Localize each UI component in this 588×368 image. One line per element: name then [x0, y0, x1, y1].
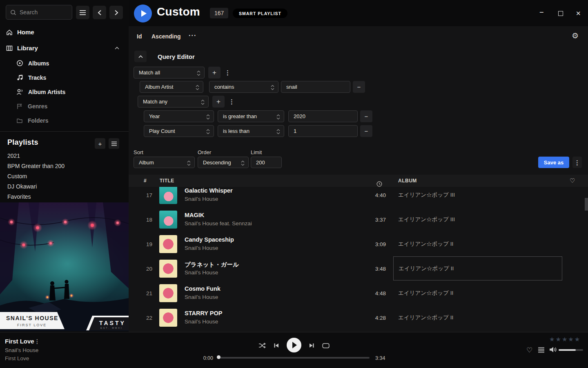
scrollbar-thumb[interactable]	[585, 198, 588, 211]
window-minimize-button[interactable]: −	[539, 8, 544, 17]
rule2-operator-select[interactable]: is greater than	[218, 110, 284, 122]
track-row[interactable]: 18 MAGIK Snail’s House feat. Sennzai 3:3…	[129, 207, 585, 232]
playlists-heading: Playlists	[7, 138, 38, 147]
sidebar-item-genres[interactable]: Genres	[16, 99, 122, 113]
chevron-left-icon	[98, 10, 102, 16]
menu-button[interactable]	[76, 6, 89, 19]
star-icon[interactable]: ★	[549, 336, 555, 343]
rule2-field-select[interactable]: Year	[144, 110, 214, 122]
previous-track-icon[interactable]	[273, 342, 280, 349]
column-number[interactable]: #	[144, 175, 147, 187]
playlist-list: 2021 BPM Greater than 200 Custom DJ Okaw…	[0, 150, 129, 202]
volume-icon[interactable]	[549, 346, 557, 353]
seek-bar[interactable]	[218, 357, 370, 359]
star-icon[interactable]: ★	[555, 336, 561, 343]
playlist-item[interactable]: DJ Okawari	[0, 181, 129, 191]
now-playing-menu-icon[interactable]: ⋮	[34, 338, 40, 345]
match-type-select-2[interactable]: Match any	[138, 96, 209, 108]
more-options-icon[interactable]: ...	[189, 30, 196, 38]
star-icon[interactable]: ★	[568, 336, 573, 343]
favorite-heart-icon[interactable]: ♡	[526, 346, 532, 355]
queue-icon[interactable]	[538, 347, 545, 353]
search-input-box[interactable]	[6, 5, 72, 20]
playlist-item[interactable]: BPM Greater than 200	[0, 161, 129, 171]
star-icon[interactable]: ★	[562, 336, 567, 343]
shuffle-icon[interactable]	[258, 342, 266, 349]
playlist-item[interactable]: Favorites	[0, 191, 129, 202]
track-album[interactable]: エイリアン☆ポップ II	[393, 281, 562, 305]
group-menu-icon-2[interactable]: ⋮	[229, 99, 235, 105]
add-playlist-button[interactable]: +	[95, 138, 105, 149]
sort-field-button[interactable]: Id	[137, 33, 142, 40]
track-album[interactable]: エイリアン☆ポップ III	[393, 207, 562, 231]
rule1-operator-select[interactable]: contains	[209, 81, 278, 93]
label-logo: TASTY EST. MMXI	[86, 316, 129, 330]
search-input[interactable]	[20, 9, 65, 16]
rule1-value-input[interactable]	[286, 84, 345, 90]
next-track-icon[interactable]	[308, 342, 315, 349]
track-row[interactable]: 17 Galactic Whisper Snail’s House 4:40 エ…	[129, 187, 585, 207]
rule3-value-input[interactable]	[294, 128, 352, 134]
rule3-field-select[interactable]: Play Count	[144, 125, 214, 137]
now-playing-artwork[interactable]: SNAIL'S HOUSE FIRST LOVE TASTY EST. MMXI	[0, 202, 129, 331]
sidebar-item-albums[interactable]: Albums	[16, 56, 122, 70]
album-art-thumbnail	[159, 211, 177, 229]
sidebar-item-album-artists[interactable]: Album Artists	[16, 85, 122, 99]
sort-select[interactable]: Album	[134, 157, 195, 168]
add-rule-button-1[interactable]: +	[208, 67, 220, 79]
sidebar-item-label: Albums	[28, 60, 49, 67]
remove-rule3-button[interactable]: −	[360, 125, 372, 137]
track-row[interactable]: 21 Cosmo Funk Snail’s House 4:48 エイリアン☆ポ…	[129, 281, 585, 305]
window-maximize-button[interactable]	[558, 11, 563, 16]
select-arrows-icon	[206, 114, 210, 120]
save-as-button[interactable]: Save as	[538, 157, 569, 168]
order-select[interactable]: Descending	[198, 157, 249, 168]
track-album[interactable]: エイリアン☆ポップ II	[393, 232, 562, 256]
rule3-operator-select[interactable]: is less than	[218, 125, 284, 137]
rule2-value-input[interactable]	[294, 113, 352, 119]
favorite-column-heart-icon[interactable]: ♡	[570, 175, 575, 187]
sidebar-item-tracks[interactable]: Tracks	[16, 70, 122, 85]
playlist-options-button[interactable]	[109, 138, 119, 149]
track-album[interactable]: エイリアン☆ポップ III	[393, 187, 562, 207]
track-row[interactable]: 20 プラネット・ガール Snail’s House 3:48 エイリアン☆ポッ…	[129, 256, 585, 281]
sidebar-item-home[interactable]: Home	[0, 25, 129, 39]
track-artist: Snail’s House	[185, 319, 218, 325]
chevron-up-icon	[138, 55, 143, 58]
remove-rule2-button[interactable]: −	[360, 110, 372, 122]
play-playlist-button[interactable]	[134, 4, 152, 22]
collapse-query-editor-button[interactable]	[134, 51, 147, 62]
remove-rule1-button[interactable]: −	[353, 81, 365, 93]
column-title[interactable]: TITLE	[160, 175, 174, 187]
play-button[interactable]	[287, 338, 301, 352]
window-close-button[interactable]: ✕	[576, 10, 581, 17]
artwork-artist: SNAIL'S HOUSE	[6, 315, 58, 321]
sort-direction-button[interactable]: Ascending	[151, 33, 181, 40]
gear-icon[interactable]: ⚙	[572, 32, 579, 40]
repeat-icon[interactable]	[322, 343, 330, 348]
page-title: Custom	[157, 5, 200, 18]
star-icon[interactable]: ★	[575, 336, 580, 343]
rating-stars[interactable]: ★ ★ ★ ★ ★	[549, 336, 580, 343]
column-album[interactable]: ALBUM	[398, 175, 417, 187]
chevron-up-icon[interactable]	[115, 47, 119, 49]
match-type-select-1[interactable]: Match all	[134, 67, 205, 79]
track-album[interactable]: エイリアン☆ポップ II	[393, 256, 562, 280]
nav-back-button[interactable]	[93, 6, 106, 19]
track-row[interactable]: 22 STARRY POP Snail’s House 4:28 エイリアン☆ポ…	[129, 305, 585, 330]
track-album[interactable]: エイリアン☆ポップ II	[393, 305, 562, 330]
add-rule-button-2[interactable]: +	[212, 96, 225, 108]
save-options-button[interactable]: ⋮	[572, 157, 582, 168]
group-menu-icon-1[interactable]: ⋮	[225, 70, 231, 76]
albums-icon	[16, 60, 23, 67]
playlist-item[interactable]: Custom	[0, 171, 129, 181]
rule1-field-select[interactable]: Album Artist	[140, 81, 203, 93]
volume-slider[interactable]	[559, 349, 583, 351]
seek-knob[interactable]	[217, 355, 220, 359]
limit-input[interactable]	[256, 159, 276, 166]
track-row[interactable]: 19 Candy Spaceship Snail’s House 3:09 エイ…	[129, 232, 585, 256]
nav-forward-button[interactable]	[109, 6, 123, 19]
playlist-item[interactable]: 2021	[0, 150, 129, 161]
sidebar-item-library[interactable]: Library	[0, 41, 129, 55]
sidebar-item-folders[interactable]: Folders	[16, 113, 122, 128]
